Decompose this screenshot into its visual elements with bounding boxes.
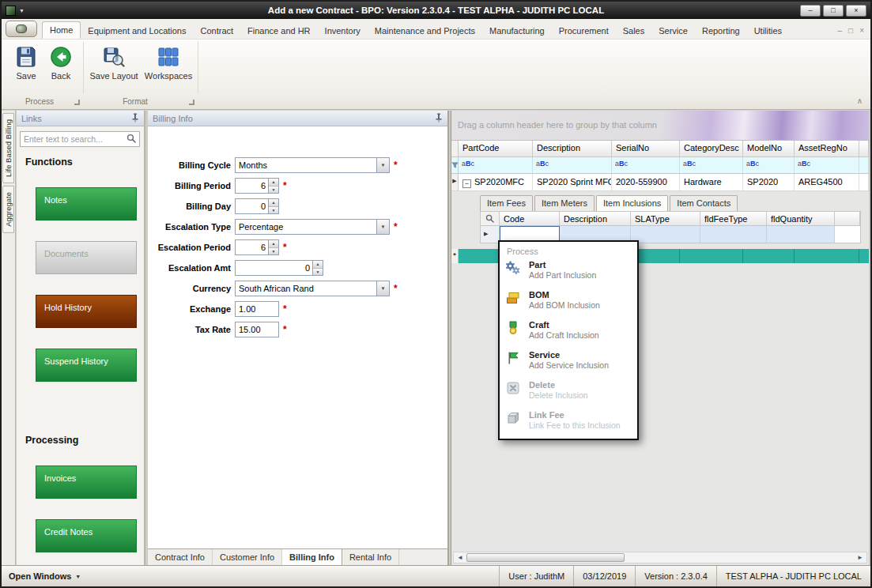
ribbon-tab-service[interactable]: Service: [651, 23, 695, 39]
tab-item-fees[interactable]: Item Fees: [480, 195, 533, 211]
spin-up-icon[interactable]: ▲: [269, 240, 278, 247]
open-windows-button[interactable]: Open Windows ▼: [9, 571, 81, 581]
cell-assetregno[interactable]: AREG4500: [795, 174, 859, 190]
ribbon-tab-home[interactable]: Home: [42, 21, 81, 39]
window-menu-caret-icon[interactable]: ▼: [19, 8, 25, 13]
scroll-right-icon[interactable]: ►: [854, 552, 866, 563]
chevron-down-icon[interactable]: ▼: [376, 158, 389, 172]
new-row-cell[interactable]: [680, 249, 743, 263]
tab-customer-info[interactable]: Customer Info: [213, 549, 282, 565]
hold-history-button[interactable]: Hold History: [36, 295, 137, 328]
credit-notes-button[interactable]: Credit Notes: [36, 519, 137, 552]
escalation-period-spinner[interactable]: 6 ▲▼: [235, 239, 279, 255]
tab-item-meters[interactable]: Item Meters: [534, 195, 595, 211]
side-tab-life-based-billing[interactable]: Life Based Billing: [2, 113, 14, 183]
filter-cell-partcode[interactable]: aBc: [459, 157, 533, 173]
ribbon-tab-reporting[interactable]: Reporting: [695, 23, 747, 39]
spin-up-icon[interactable]: ▲: [269, 179, 278, 186]
column-header-serialno[interactable]: SerialNo: [612, 141, 680, 156]
ribbon-collapse-icon[interactable]: ∧: [857, 96, 863, 105]
tab-contract-info[interactable]: Contract Info: [148, 549, 213, 565]
chevron-down-icon[interactable]: ▼: [376, 281, 389, 296]
column-header-description[interactable]: Description: [533, 141, 612, 156]
table-row[interactable]: ▶ −SP2020MFC SP2020 Sprint MFC 2020-5599…: [451, 174, 869, 191]
ribbon-tab-equipment-and-locations[interactable]: Equipment and Locations: [81, 23, 193, 39]
menu-item-service[interactable]: ServiceAdd Service Inclusion: [500, 349, 637, 379]
search-icon[interactable]: [126, 132, 139, 146]
ribbon-tab-procurement[interactable]: Procurement: [552, 23, 616, 39]
ribbon-tab-finance-and-hr[interactable]: Finance and HR: [240, 23, 318, 39]
escalation-type-dropdown[interactable]: Percentage ▼: [235, 219, 390, 235]
collapse-icon[interactable]: −: [462, 179, 471, 188]
cell-modelno[interactable]: SP2020: [743, 174, 795, 190]
filter-cell-description[interactable]: aBc: [533, 157, 612, 173]
ribbon-tab-utilities[interactable]: Utilities: [747, 23, 789, 39]
back-button[interactable]: Back: [38, 43, 84, 93]
format-group-launcher-icon[interactable]: [189, 100, 194, 105]
suspend-history-button[interactable]: Suspend History: [36, 349, 137, 382]
links-search-input[interactable]: [21, 134, 126, 144]
escalation-amt-spinner[interactable]: 0 ▲▼: [235, 260, 323, 276]
spin-up-icon[interactable]: ▲: [313, 261, 323, 268]
filter-cell-serialno[interactable]: aBc: [612, 157, 680, 173]
app-menu-button[interactable]: [6, 21, 37, 37]
tab-item-contacts[interactable]: Item Contacts: [670, 195, 738, 211]
mdi-minimize-icon[interactable]: –: [838, 27, 843, 35]
mdi-close-icon[interactable]: ×: [859, 27, 864, 35]
horizontal-scrollbar[interactable]: ◄ ►: [453, 552, 867, 564]
restore-button[interactable]: □: [823, 5, 844, 17]
cell-categorydesc[interactable]: Hardware: [680, 174, 743, 190]
exchange-field[interactable]: 1.00: [235, 301, 279, 317]
ribbon-tab-sales[interactable]: Sales: [616, 23, 652, 39]
column-header-code[interactable]: Code: [500, 212, 560, 225]
scroll-left-icon[interactable]: ◄: [454, 552, 466, 563]
ribbon-tab-contract[interactable]: Contract: [194, 23, 241, 39]
spin-down-icon[interactable]: ▼: [269, 186, 278, 194]
new-row-cell[interactable]: [859, 249, 869, 263]
billing-day-spinner[interactable]: 0 ▲▼: [235, 198, 279, 214]
ribbon-tab-maintenance-and-projects[interactable]: Maintenance and Projects: [368, 23, 482, 39]
column-header-modelno[interactable]: ModelNo: [743, 141, 795, 156]
spin-down-icon[interactable]: ▼: [269, 247, 278, 255]
invoices-button[interactable]: Invoices: [36, 466, 137, 499]
save-layout-button[interactable]: Save Layout: [89, 43, 139, 93]
pin-icon[interactable]: [131, 113, 139, 124]
spin-down-icon[interactable]: ▼: [313, 268, 323, 276]
cell-description[interactable]: SP2020 Sprint MFC: [533, 174, 612, 190]
column-header-partcode[interactable]: PartCode: [459, 141, 533, 156]
minimize-button[interactable]: –: [800, 5, 821, 17]
documents-button[interactable]: Documents: [36, 241, 137, 274]
fldquantity-cell[interactable]: [767, 226, 835, 243]
column-header-categorydesc[interactable]: CategoryDesc: [680, 141, 743, 156]
column-header-slatype[interactable]: SLAType: [631, 212, 700, 225]
column-header-description[interactable]: Description: [560, 212, 631, 225]
ribbon-tab-manufacturing[interactable]: Manufacturing: [482, 23, 552, 39]
pin-icon[interactable]: [435, 113, 443, 124]
menu-item-part[interactable]: PartAdd Part Inclusion: [500, 258, 637, 288]
filter-cell-assetregno[interactable]: aBc: [795, 157, 859, 173]
side-tab-aggregate[interactable]: Aggregate: [2, 186, 14, 233]
cell-partcode[interactable]: −SP2020MFC: [459, 174, 533, 190]
menu-item-bom[interactable]: BOMAdd BOM Inclusion: [500, 288, 637, 318]
tax-rate-field[interactable]: 15.00: [235, 322, 279, 337]
ribbon-tab-inventory[interactable]: Inventory: [318, 23, 368, 39]
cell-serialno[interactable]: 2020-559900: [612, 174, 680, 190]
chevron-down-icon[interactable]: ▼: [376, 220, 389, 234]
process-group-launcher-icon[interactable]: [74, 100, 80, 105]
column-header-fldfeetype[interactable]: fldFeeType: [700, 212, 767, 225]
column-header-assetregno[interactable]: AssetRegNo: [795, 141, 859, 156]
scrollbar-thumb[interactable]: [466, 553, 625, 562]
mdi-restore-icon[interactable]: □: [848, 27, 853, 35]
notes-button[interactable]: Notes: [36, 187, 137, 220]
fldfeetype-cell[interactable]: [700, 226, 767, 243]
tab-item-inclusions[interactable]: Item Inclusions: [596, 195, 668, 211]
spin-down-icon[interactable]: ▼: [269, 206, 278, 214]
new-row-cell[interactable]: [743, 249, 795, 263]
currency-dropdown[interactable]: South African Rand ▼: [235, 281, 390, 296]
slatype-cell[interactable]: [631, 226, 700, 243]
billing-period-spinner[interactable]: 6 ▲▼: [235, 178, 279, 194]
filter-cell-modelno[interactable]: aBc: [743, 157, 795, 173]
workspaces-button[interactable]: Workspaces: [142, 43, 194, 93]
menu-item-craft[interactable]: CraftAdd Craft Inclusion: [500, 318, 637, 349]
detail-search-icon[interactable]: [481, 212, 500, 225]
